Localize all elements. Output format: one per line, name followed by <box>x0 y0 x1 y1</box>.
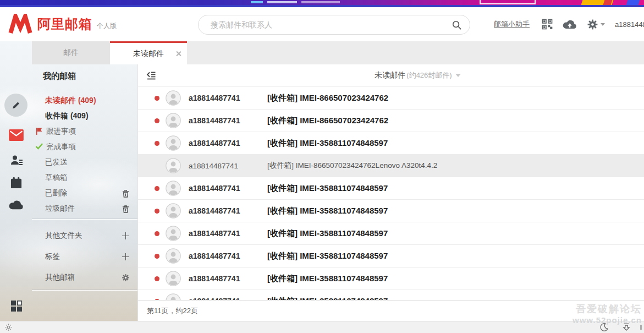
banner-decoration <box>301 1 340 3</box>
collapse-sidebar-icon[interactable] <box>146 71 156 80</box>
banner-logo-fragment <box>603 0 613 5</box>
mail-row[interactable]: a18814487741 [收件箱] IMEI-358811074848597 <box>138 245 644 268</box>
mail-list-panel: 未读邮件 (约426封邮件) a18814487741 [收件箱] IMEI-8… <box>137 64 644 321</box>
unread-dot <box>155 118 159 123</box>
mail-rows: a18814487741 [收件箱] IMEI-866507023424762 … <box>138 87 644 300</box>
night-mode-icon[interactable] <box>599 323 609 332</box>
icon-rail <box>0 41 32 321</box>
unread-dot <box>155 209 159 214</box>
mail-row-selected[interactable]: a18814487741 [收件箱] IMEI-866507023424762L… <box>138 155 644 177</box>
search-input[interactable] <box>211 20 452 29</box>
list-title[interactable]: 未读邮件 (约426封邮件) <box>164 70 644 80</box>
avatar <box>166 203 181 219</box>
sidebar-item-sent[interactable]: 已发送 <box>32 155 137 170</box>
sidebar-item-inbox[interactable]: 收件箱 (409) <box>32 108 137 124</box>
sidebar-item-followup[interactable]: 跟进事项 <box>32 124 137 139</box>
sidebar-item-unread[interactable]: 未读邮件 (409) <box>32 93 137 108</box>
sidebar-title: 我的邮箱 <box>43 71 76 81</box>
contacts-nav-icon[interactable] <box>9 154 24 167</box>
avatar <box>166 158 181 173</box>
unread-dot <box>155 186 159 191</box>
brand-edition: 个人版 <box>97 21 117 31</box>
mail-row[interactable]: a18814487741 [收件箱] IMEI-358811074848597 <box>138 290 644 300</box>
brand[interactable]: 阿里邮箱 个人版 <box>8 14 117 35</box>
mail-sender: a18814487741 <box>189 252 267 260</box>
close-icon[interactable] <box>175 51 181 57</box>
mail-subject: [收件箱] IMEI-358811074848597 <box>267 206 388 216</box>
check-icon <box>35 143 43 151</box>
gear-icon[interactable] <box>121 273 130 282</box>
promo-banner[interactable] <box>0 0 644 7</box>
cloud-upload-icon[interactable] <box>563 19 577 29</box>
settings-gear-icon[interactable] <box>4 323 13 331</box>
sidebar-section-other-accounts[interactable]: 其他邮箱 <box>32 267 137 288</box>
search-box[interactable] <box>198 15 470 35</box>
trash-icon[interactable] <box>121 189 130 198</box>
banner-button-outline[interactable] <box>480 0 536 4</box>
apps-grid-icon[interactable] <box>9 300 24 312</box>
mail-sender: a18814487741 <box>189 184 267 193</box>
calendar-nav-icon[interactable] <box>9 177 24 189</box>
mail-sender: a18814487741 <box>189 206 267 215</box>
unread-dot <box>155 254 159 259</box>
account-name[interactable]: a1881448 <box>615 20 644 29</box>
unread-dot <box>155 141 159 146</box>
list-header: 未读邮件 (约426封邮件) <box>138 64 644 86</box>
settings-gear-dropdown[interactable] <box>587 19 605 30</box>
mail-sender: a18814487741 <box>189 274 267 283</box>
compose-button[interactable] <box>4 94 27 117</box>
mail-sender: a18814487741 <box>189 116 267 125</box>
mail-nav-icon[interactable] <box>9 129 24 141</box>
mail-row[interactable]: a18814487741 [收件箱] IMEI-866507023424762 <box>138 110 644 132</box>
sidebar-item-spam[interactable]: 垃圾邮件 <box>32 201 137 216</box>
download-icon[interactable] <box>622 323 631 331</box>
sidebar-section-tags[interactable]: 标签 <box>32 246 137 267</box>
mail-row[interactable]: a18814487741 [收件箱] IMEI-358811074848597 <box>138 222 644 245</box>
sidebar-section-other-folders[interactable]: 其他文件夹 <box>32 225 137 246</box>
trash-icon[interactable] <box>121 204 130 213</box>
tab-label: 邮件 <box>63 48 79 58</box>
pencil-icon <box>10 100 21 111</box>
chevron-down-icon <box>455 74 461 77</box>
flag-icon <box>35 127 43 135</box>
mail-row[interactable]: a18814487741 [收件箱] IMEI-358811074848597 <box>138 200 644 222</box>
sidebar-item-done[interactable]: 完成事项 <box>32 139 137 155</box>
brand-name: 阿里邮箱 <box>37 15 92 33</box>
app-header: 阿里邮箱 个人版 邮箱小助手 <box>0 7 644 41</box>
mail-subject: [收件箱] IMEI-358811074848597 <box>267 274 388 284</box>
avatar <box>166 135 181 151</box>
cloud-drive-nav-icon[interactable] <box>9 200 24 210</box>
footer-edge-artifact <box>640 325 642 330</box>
mail-assistant-link[interactable]: 邮箱小助手 <box>494 19 530 29</box>
sidebar-divider <box>32 219 137 220</box>
tab-unread-mail[interactable]: 未读邮件 <box>110 41 187 64</box>
mail-subject: [收件箱] IMEI-358811074848597 <box>267 183 388 194</box>
search-icon[interactable] <box>452 20 462 30</box>
mail-row[interactable]: a18814487741 [收件箱] IMEI-358811074848597 <box>138 132 644 155</box>
mail-subject: [收件箱] IMEI-358811074848597 <box>267 296 388 301</box>
banner-decoration <box>251 1 263 3</box>
mail-row[interactable]: a18814487741 [收件箱] IMEI-866507023424762 <box>138 87 644 110</box>
mail-subject: [收件箱] IMEI-866507023424762Lenovo A320t4.… <box>267 161 437 171</box>
mail-sender: a18814487741 <box>189 94 267 102</box>
mail-subject: [收件箱] IMEI-358811074848597 <box>267 228 388 239</box>
add-folder-icon[interactable] <box>121 231 130 240</box>
tab-label: 未读邮件 <box>133 49 164 59</box>
tab-bar: 邮件 未读邮件 <box>32 41 644 64</box>
add-tag-icon[interactable] <box>121 252 130 261</box>
mail-row[interactable]: a18814487741 [收件箱] IMEI-358811074848597 <box>138 177 644 200</box>
unread-dot <box>155 231 159 236</box>
tab-mail[interactable]: 邮件 <box>32 41 110 64</box>
avatar <box>166 181 181 196</box>
header-actions: 邮箱小助手 <box>494 7 644 41</box>
avatar <box>166 226 181 241</box>
qr-code-icon[interactable] <box>542 19 553 30</box>
sidebar-item-drafts[interactable]: 草稿箱 <box>32 170 137 185</box>
sidebar-item-deleted[interactable]: 已删除 <box>32 185 137 201</box>
mail-sender: a18814487741 <box>189 162 267 170</box>
avatar <box>166 248 181 264</box>
mail-row[interactable]: a18814487741 [收件箱] IMEI-358811074848597 <box>138 268 644 290</box>
banner-decoration <box>267 1 297 3</box>
unread-dot <box>155 276 159 281</box>
avatar <box>166 293 181 300</box>
